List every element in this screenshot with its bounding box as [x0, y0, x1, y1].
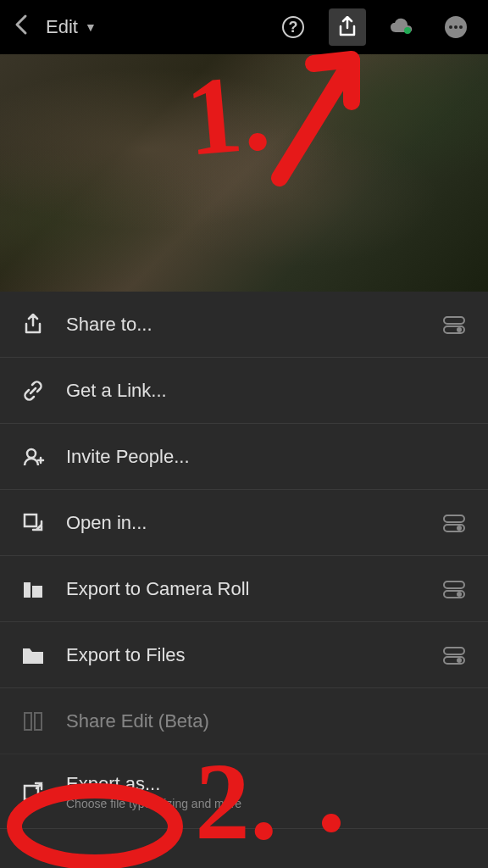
svg-point-6 [459, 25, 463, 29]
options-icon [441, 576, 468, 603]
app-header: Edit ▼ ? [0, 0, 488, 54]
svg-rect-17 [444, 581, 464, 588]
svg-rect-16 [32, 586, 42, 598]
svg-rect-20 [444, 648, 464, 654]
invite-icon [20, 444, 46, 470]
more-button[interactable] [437, 8, 474, 46]
svg-point-19 [457, 592, 462, 597]
svg-point-4 [449, 25, 452, 29]
svg-point-9 [457, 327, 462, 332]
open-in-item[interactable]: Open in... [0, 490, 488, 556]
share-edit-icon [20, 709, 46, 734]
menu-label: Invite People... [66, 446, 468, 468]
get-link-item[interactable]: Get a Link... [0, 358, 488, 424]
link-icon [20, 378, 46, 403]
svg-rect-15 [24, 582, 30, 598]
menu-label: Open in... [66, 512, 420, 534]
share-icon [20, 312, 46, 337]
cloud-sync-button[interactable] [383, 8, 420, 46]
menu-label: Export to Camera Roll [66, 578, 420, 600]
svg-text:?: ? [289, 19, 298, 36]
export-files-item[interactable]: Export to Files [0, 622, 488, 688]
svg-point-14 [457, 526, 462, 531]
help-button[interactable]: ? [274, 8, 312, 46]
export-camera-roll-item[interactable]: Export to Camera Roll [0, 556, 488, 622]
options-icon [441, 642, 468, 669]
folder-icon [20, 643, 46, 668]
chevron-down-icon: ▼ [85, 20, 97, 34]
menu-label: Export to Files [66, 644, 420, 666]
back-button[interactable] [14, 13, 29, 42]
page-title: Edit [46, 16, 78, 38]
menu-label: Share Edit (Beta) [66, 710, 468, 732]
export-as-icon [20, 779, 46, 804]
edit-dropdown[interactable]: Edit ▼ [46, 16, 97, 38]
share-edit-item: Share Edit (Beta) [0, 688, 488, 754]
svg-rect-23 [25, 713, 31, 730]
share-to-item[interactable]: Share to... [0, 292, 488, 358]
photo-preview[interactable] [0, 54, 488, 292]
menu-label: Get a Link... [66, 380, 468, 402]
export-as-item[interactable]: Export as... Choose file type, sizing an… [0, 754, 488, 829]
share-menu-sheet: Share to... Get a Link... Invite People.… [0, 292, 488, 868]
svg-point-5 [454, 25, 458, 29]
share-button[interactable] [329, 8, 366, 46]
menu-sublabel: Choose file type, sizing and more [66, 797, 468, 810]
menu-label: Share to... [66, 314, 420, 336]
svg-rect-12 [444, 515, 464, 522]
options-icon [441, 311, 468, 338]
menu-label: Export as... [66, 773, 468, 795]
open-in-icon [20, 510, 46, 536]
camera-roll-icon [20, 576, 46, 602]
options-icon [441, 509, 468, 537]
svg-point-22 [457, 658, 462, 663]
svg-rect-11 [25, 515, 36, 526]
svg-rect-24 [35, 713, 42, 730]
svg-rect-7 [444, 317, 464, 324]
svg-point-10 [27, 449, 36, 458]
invite-people-item[interactable]: Invite People... [0, 424, 488, 490]
svg-point-2 [404, 27, 411, 34]
